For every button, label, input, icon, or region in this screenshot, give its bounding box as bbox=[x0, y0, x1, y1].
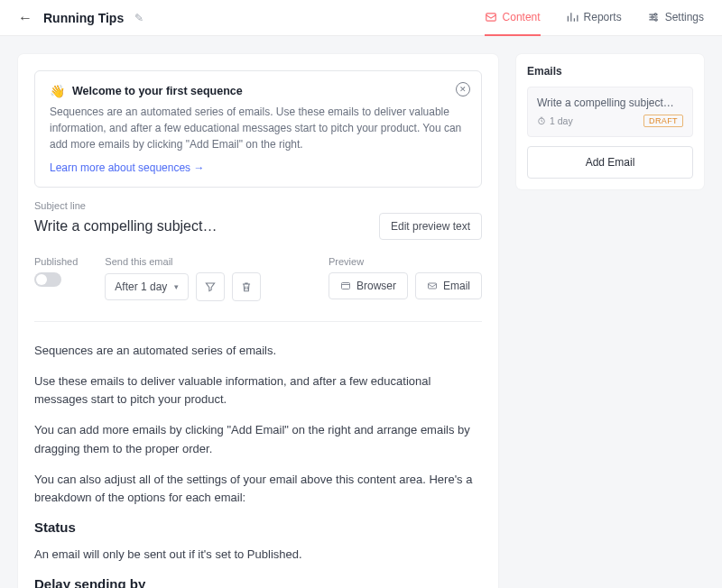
chevron-down-icon: ▾ bbox=[174, 282, 179, 291]
preview-browser-label: Browser bbox=[356, 280, 396, 292]
preview-label: Preview bbox=[329, 256, 482, 267]
sidebar-title: Emails bbox=[527, 65, 693, 78]
body-heading-status: Status bbox=[34, 519, 482, 535]
send-delay-select[interactable]: After 1 day ▾ bbox=[105, 273, 189, 300]
tab-label: Reports bbox=[584, 11, 622, 23]
content-icon bbox=[485, 11, 497, 23]
email-item-subject: Write a compelling subject… bbox=[537, 96, 683, 109]
toggle-knob bbox=[36, 274, 47, 285]
back-arrow-icon[interactable]: ← bbox=[18, 10, 32, 26]
main-card: ✕ 👋 Welcome to your first sequence Seque… bbox=[18, 54, 498, 588]
reports-icon bbox=[566, 11, 579, 23]
edit-preview-text-button[interactable]: Edit preview text bbox=[379, 213, 482, 240]
published-label: Published bbox=[34, 256, 78, 267]
welcome-body: Sequences are an automated series of ema… bbox=[50, 104, 467, 152]
email-item-delay: 1 day bbox=[550, 115, 573, 126]
body-paragraph: Sequences are an automated series of ema… bbox=[34, 342, 482, 360]
subject-label: Subject line bbox=[34, 200, 482, 211]
send-delay-value: After 1 day bbox=[115, 280, 167, 293]
svg-point-1 bbox=[654, 13, 656, 14]
welcome-title: Welcome to your first sequence bbox=[72, 85, 243, 97]
wave-icon: 👋 bbox=[50, 84, 65, 98]
tab-content[interactable]: Content bbox=[485, 0, 541, 36]
tab-label: Content bbox=[503, 11, 541, 23]
preview-browser-button[interactable]: Browser bbox=[329, 272, 408, 299]
tab-reports[interactable]: Reports bbox=[566, 0, 622, 36]
filter-button[interactable] bbox=[196, 272, 225, 301]
preview-email-button[interactable]: Email bbox=[415, 272, 482, 299]
svg-rect-4 bbox=[341, 283, 349, 289]
close-icon[interactable]: ✕ bbox=[456, 82, 470, 96]
email-list-item[interactable]: Write a compelling subject… 1 day DRAFT bbox=[527, 87, 693, 137]
welcome-banner: ✕ 👋 Welcome to your first sequence Seque… bbox=[34, 70, 482, 188]
delete-button[interactable] bbox=[232, 272, 261, 301]
add-email-button[interactable]: Add Email bbox=[527, 146, 693, 179]
tab-label: Settings bbox=[665, 11, 704, 23]
draft-badge: DRAFT bbox=[643, 115, 683, 127]
body-paragraph: You can also adjust all of the settings … bbox=[34, 471, 482, 507]
emails-sidebar: Emails Write a compelling subject… 1 day… bbox=[516, 54, 704, 189]
edit-title-icon[interactable]: ✎ bbox=[134, 12, 143, 24]
learn-more-link[interactable]: Learn more about sequences → bbox=[50, 161, 467, 174]
clock-icon bbox=[537, 116, 546, 125]
svg-point-3 bbox=[654, 18, 656, 20]
body-heading-delay: Delay sending by bbox=[34, 576, 482, 588]
send-label: Send this email bbox=[105, 256, 261, 267]
email-body-editor[interactable]: Sequences are an automated series of ema… bbox=[34, 342, 482, 588]
body-paragraph: You can add more emails by clicking "Add… bbox=[34, 421, 482, 457]
body-paragraph: Use these emails to deliver valuable inf… bbox=[34, 372, 482, 409]
subject-input[interactable]: Write a compelling subject… bbox=[34, 218, 217, 234]
svg-rect-0 bbox=[486, 13, 495, 20]
preview-email-label: Email bbox=[443, 280, 470, 292]
svg-point-2 bbox=[651, 15, 653, 17]
browser-icon bbox=[340, 280, 351, 291]
body-paragraph: An email will only be sent out if it's s… bbox=[34, 546, 482, 564]
page-title: Running Tips bbox=[43, 11, 124, 25]
mail-icon bbox=[427, 280, 438, 291]
settings-icon bbox=[647, 11, 660, 23]
top-bar: ← Running Tips ✎ Content Reports Setting… bbox=[0, 0, 722, 36]
tab-settings[interactable]: Settings bbox=[647, 0, 704, 36]
published-toggle[interactable] bbox=[34, 272, 61, 287]
svg-rect-5 bbox=[428, 283, 436, 289]
